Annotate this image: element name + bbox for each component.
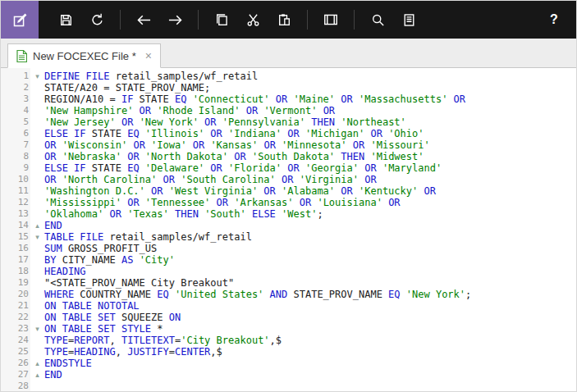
- line-number[interactable]: 26: [1, 358, 30, 369]
- line-number[interactable]: 7: [1, 139, 30, 151]
- search-button[interactable]: [362, 1, 393, 39]
- code-line[interactable]: 28: [1, 381, 576, 392]
- line-number[interactable]: 8: [1, 151, 30, 162]
- paste-button[interactable]: [268, 1, 300, 39]
- line-number[interactable]: 18: [1, 266, 30, 277]
- code-line[interactable]: 22ON TABLE SET SQUEEZE ON: [1, 312, 576, 323]
- tab-label: New FOCEXEC File *: [33, 50, 136, 62]
- line-number[interactable]: 10: [1, 174, 30, 185]
- fold-marker-empty: [30, 82, 44, 93]
- forward-arrow-icon: [167, 11, 184, 29]
- code-line[interactable]: 17BY CITY_NAME AS 'City': [1, 254, 576, 266]
- code-line[interactable]: 27▴END: [1, 369, 576, 381]
- close-tab-icon[interactable]: ×: [145, 50, 152, 62]
- line-number[interactable]: 20: [1, 289, 30, 300]
- code-text: REGION/A10 = IF STATE EQ 'Connecticut' O…: [44, 93, 576, 105]
- code-line[interactable]: 6ELSE IF STATE EQ 'Illinois' OR 'Indiana…: [1, 128, 576, 139]
- code-editor[interactable]: 1▾DEFINE FILE retail_samples/wf_retail2S…: [1, 68, 576, 392]
- fold-marker-empty: [30, 116, 44, 128]
- line-number[interactable]: 23: [1, 323, 30, 335]
- line-number[interactable]: 24: [1, 335, 30, 346]
- code-text: OR 'North Carolina' OR 'South Carolina' …: [44, 174, 576, 185]
- fold-marker[interactable]: ▴: [30, 358, 44, 369]
- fold-marker-empty: [30, 162, 44, 174]
- copy-button[interactable]: [206, 1, 237, 39]
- fold-marker-empty: [30, 105, 44, 116]
- code-line[interactable]: 10OR 'North Carolina' OR 'South Carolina…: [1, 174, 576, 185]
- line-number[interactable]: 25: [1, 346, 30, 358]
- code-line[interactable]: 20WHERE COUNTRY_NAME EQ 'United States' …: [1, 289, 576, 300]
- line-number[interactable]: 3: [1, 93, 30, 105]
- line-number[interactable]: 15: [1, 231, 30, 243]
- code-text: 'Washington D.C.' OR 'West Virginia' OR …: [44, 185, 576, 197]
- code-text: DEFINE FILE retail_samples/wf_retail: [44, 71, 576, 82]
- line-number[interactable]: 11: [1, 185, 30, 197]
- line-number[interactable]: 27: [1, 369, 30, 381]
- fold-marker[interactable]: ▴: [30, 220, 44, 231]
- code-line[interactable]: 25TYPE=HEADING, JUSTIFY=CENTER,$: [1, 346, 576, 358]
- code-line[interactable]: 19"<STATE_PROV_NAME City Breakout": [1, 277, 576, 289]
- code-line[interactable]: 2STATE/A20 = STATE_PROV_NAME;: [1, 82, 576, 93]
- line-number[interactable]: 22: [1, 312, 30, 323]
- back-arrow-button[interactable]: [128, 1, 159, 39]
- help-button[interactable]: ?: [538, 1, 570, 39]
- edit-button[interactable]: [1, 1, 39, 39]
- code-line[interactable]: 16SUM GROSS_PROFIT_US: [1, 243, 576, 254]
- tab-new-focexec-file[interactable]: New FOCEXEC File * ×: [7, 43, 161, 68]
- code-text: 'New Hampshire' OR 'Rhode Island' OR 'Ve…: [44, 105, 576, 116]
- fold-marker[interactable]: ▴: [30, 369, 44, 381]
- code-line[interactable]: 5'New Jersey' OR 'New York' OR 'Pennsylv…: [1, 116, 576, 128]
- fold-marker-empty: [30, 300, 44, 312]
- line-number[interactable]: 19: [1, 277, 30, 289]
- line-number[interactable]: 1: [1, 71, 30, 82]
- forward-arrow-button[interactable]: [159, 1, 190, 39]
- line-number[interactable]: 17: [1, 254, 30, 266]
- fold-marker-empty: [30, 346, 44, 358]
- code-line[interactable]: 18HEADING: [1, 266, 576, 277]
- fold-marker[interactable]: ▾: [30, 71, 44, 82]
- line-number[interactable]: 14: [1, 220, 30, 231]
- code-line[interactable]: 11'Washington D.C.' OR 'West Virginia' O…: [1, 185, 576, 197]
- code-line[interactable]: 12'Mississippi' OR 'Tennessee' OR 'Arkan…: [1, 197, 576, 208]
- code-line[interactable]: 9ELSE IF STATE EQ 'Delaware' OR 'Florida…: [1, 162, 576, 174]
- line-number[interactable]: 4: [1, 105, 30, 116]
- code-line[interactable]: 13'Oklahoma' OR 'Texas' THEN 'South' ELS…: [1, 208, 576, 220]
- line-number[interactable]: 16: [1, 243, 30, 254]
- paste-icon: [277, 12, 292, 28]
- report-button[interactable]: [393, 1, 424, 39]
- line-number[interactable]: 6: [1, 128, 30, 139]
- code-line[interactable]: 21ON TABLE NOTOTAL: [1, 300, 576, 312]
- code-line[interactable]: 14▴END: [1, 220, 576, 231]
- cut-button[interactable]: [237, 1, 268, 39]
- code-line[interactable]: 8OR 'Nebraska' OR 'North Dakota' OR 'Sou…: [1, 151, 576, 162]
- code-line[interactable]: 23▾ON TABLE SET STYLE *: [1, 323, 576, 335]
- line-number[interactable]: 5: [1, 116, 30, 128]
- focexec-file-icon: [16, 50, 27, 62]
- code-line[interactable]: 3REGION/A10 = IF STATE EQ 'Connecticut' …: [1, 93, 576, 105]
- code-line[interactable]: 4'New Hampshire' OR 'Rhode Island' OR 'V…: [1, 105, 576, 116]
- undo-button[interactable]: [81, 1, 112, 39]
- preview-icon: [323, 11, 339, 28]
- fold-marker-empty: [30, 335, 44, 346]
- fold-marker[interactable]: ▾: [30, 323, 44, 335]
- code-line[interactable]: 7OR 'Wisconsin' OR 'Iowa' OR 'Kansas' OR…: [1, 139, 576, 151]
- fold-marker-empty: [30, 174, 44, 185]
- code-text: "<STATE_PROV_NAME City Breakout": [44, 277, 576, 289]
- fold-marker-empty: [30, 128, 44, 139]
- line-number[interactable]: 2: [1, 82, 30, 93]
- fold-marker-empty: [30, 208, 44, 220]
- code-line[interactable]: 26▴ENDSTYLE: [1, 358, 576, 369]
- line-number[interactable]: 9: [1, 162, 30, 174]
- line-number[interactable]: 28: [1, 381, 30, 392]
- line-number[interactable]: 13: [1, 208, 30, 220]
- save-button[interactable]: [50, 1, 81, 39]
- search-icon: [370, 12, 386, 28]
- code-line[interactable]: 1▾DEFINE FILE retail_samples/wf_retail: [1, 71, 576, 82]
- code-line[interactable]: 24TYPE=REPORT, TITLETEXT='City Breakout'…: [1, 335, 576, 346]
- tab-bar: New FOCEXEC File * ×: [1, 39, 576, 68]
- preview-button[interactable]: [315, 1, 346, 39]
- line-number[interactable]: 21: [1, 300, 30, 312]
- code-line[interactable]: 15▾TABLE FILE retail_samples/wf_retail: [1, 231, 576, 243]
- fold-marker[interactable]: ▾: [30, 231, 44, 243]
- line-number[interactable]: 12: [1, 197, 30, 208]
